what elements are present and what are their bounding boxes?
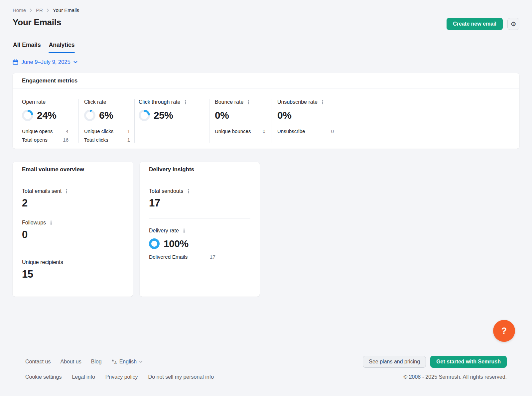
stat-value: 1 [127, 137, 130, 143]
stat-value: 0 [263, 128, 265, 134]
stat-label: Unsubscribe [277, 128, 305, 134]
footer-link-legal-info[interactable]: Legal info [72, 374, 95, 380]
see-plans-button[interactable]: See plans and pricing [363, 356, 426, 368]
engagement-metrics-card: Engagement metrics Open rate 24% Unique … [13, 73, 519, 149]
chevron-right-icon [47, 8, 49, 12]
lower-cards-row: Email volume overview Total emails sent … [13, 162, 519, 297]
unique-recipients-label: Unique recipients [22, 259, 124, 265]
stat-row: Unique clicks 1 [84, 128, 130, 134]
metric-open-rate: Open rate 24% Unique opens 4 Total opens… [22, 99, 78, 143]
engagement-card-title: Engagement metrics [22, 77, 77, 84]
delivery-card-title: Delivery insights [149, 166, 194, 173]
date-range-label: June 9–July 9, 2025 [21, 59, 70, 65]
total-sendouts-label: Total sendouts [149, 188, 250, 194]
stat-label: Total clicks [84, 137, 108, 143]
language-label: English [119, 359, 137, 365]
field-label-text: Total emails sent [22, 188, 62, 194]
field-label-text: Followups [22, 220, 46, 226]
metric-value: 25% [154, 110, 173, 121]
info-icon[interactable] [65, 189, 68, 194]
page-header: Your Emails Create new email ⚙ [13, 17, 519, 30]
total-sendouts-value: 17 [149, 197, 250, 209]
header-actions: Create new email ⚙ [447, 18, 519, 30]
info-icon[interactable] [187, 189, 190, 194]
footer-row-2: Cookie settings Legal info Privacy polic… [25, 374, 507, 380]
gear-icon: ⚙ [510, 20, 516, 28]
delivery-rate-value: 100% [164, 238, 189, 249]
footer-link-do-not-sell[interactable]: Do not sell my personal info [148, 374, 214, 380]
stat-value: 1 [127, 128, 130, 134]
delivery-insights-card: Delivery insights Total sendouts 17 Deli… [140, 162, 260, 297]
card-divider [22, 250, 124, 250]
metric-label: Bounce rate [215, 99, 243, 105]
metric-click-rate: Click rate 6% Unique clicks 1 Total clic… [79, 99, 134, 143]
language-selector[interactable]: A English [111, 359, 143, 365]
metric-value: 0% [277, 110, 291, 121]
breadcrumb-your-emails: Your Emails [53, 7, 79, 13]
tab-bar: All Emails Analytics [13, 39, 519, 53]
footer-link-cookie-settings[interactable]: Cookie settings [25, 374, 62, 380]
stat-label: Unique bounces [215, 128, 251, 134]
engagement-card-header: Engagement metrics [13, 73, 519, 88]
date-range-picker[interactable]: June 9–July 9, 2025 [13, 59, 77, 65]
metric-value: 6% [99, 110, 113, 121]
delivery-rate-label: Delivery rate [149, 228, 250, 234]
card-divider [149, 218, 250, 218]
breadcrumb: Home PR Your Emails [13, 7, 519, 13]
unique-recipients-value: 15 [22, 268, 124, 280]
info-icon[interactable] [184, 100, 187, 104]
translate-icon: A [111, 359, 117, 364]
metric-value: 24% [37, 110, 57, 121]
metric-label: Open rate [22, 99, 46, 105]
stat-value: 16 [63, 137, 68, 143]
svg-text:A: A [114, 361, 117, 364]
engagement-card-body: Open rate 24% Unique opens 4 Total opens… [13, 88, 519, 149]
stat-row: Unique opens 4 [22, 128, 68, 134]
calendar-icon [13, 59, 18, 65]
chevron-right-icon [30, 8, 32, 12]
email-volume-card: Email volume overview Total emails sent … [13, 162, 133, 297]
breadcrumb-home[interactable]: Home [13, 7, 26, 13]
click-rate-donut [84, 110, 95, 121]
create-new-email-button[interactable]: Create new email [447, 18, 503, 30]
help-button[interactable]: ? [493, 320, 515, 342]
chevron-down-icon [73, 61, 77, 64]
total-emails-sent-label: Total emails sent [22, 188, 124, 194]
info-icon[interactable] [247, 100, 250, 104]
stat-label: Delivered Emails [149, 254, 188, 260]
settings-button[interactable]: ⚙ [507, 18, 519, 30]
email-volume-card-header: Email volume overview [13, 162, 133, 177]
followups-value: 0 [22, 229, 124, 241]
footer-row-1: Contact us About us Blog A [25, 356, 507, 368]
info-icon[interactable] [182, 228, 186, 233]
stat-row: Unsubscribe 0 [277, 128, 334, 134]
footer-link-contact-us[interactable]: Contact us [25, 359, 51, 365]
footer-link-privacy-policy[interactable]: Privacy policy [105, 374, 138, 380]
chevron-down-icon [139, 361, 143, 363]
page-title: Your Emails [13, 17, 61, 28]
followups-label: Followups [22, 220, 124, 226]
stat-value: 0 [331, 128, 334, 134]
email-volume-card-title: Email volume overview [22, 166, 84, 173]
open-rate-donut [22, 110, 33, 121]
footer-link-about-us[interactable]: About us [60, 359, 81, 365]
stat-label: Total opens [22, 137, 48, 143]
tab-all-emails[interactable]: All Emails [13, 39, 41, 53]
question-mark-icon: ? [501, 326, 507, 336]
metric-label: Unsubscribe rate [277, 99, 318, 105]
footer-link-blog[interactable]: Blog [91, 359, 102, 365]
metric-label: Click through rate [139, 99, 180, 105]
breadcrumb-pr[interactable]: PR [36, 7, 43, 13]
click-through-rate-donut [139, 110, 150, 121]
stat-value: 17 [210, 254, 215, 260]
delivery-rate-donut [149, 238, 160, 249]
tab-analytics[interactable]: Analytics [49, 39, 75, 53]
info-icon[interactable] [49, 220, 53, 225]
delivery-card-header: Delivery insights [140, 162, 260, 177]
metric-bounce-rate: Bounce rate 0% Unique bounces 0 [209, 99, 272, 143]
stat-label: Unique clicks [84, 128, 113, 134]
footer: Contact us About us Blog A [25, 356, 507, 380]
info-icon[interactable] [321, 100, 325, 104]
delivered-emails-row: Delivered Emails 17 [149, 254, 215, 260]
get-started-button[interactable]: Get started with Semrush [430, 356, 507, 368]
